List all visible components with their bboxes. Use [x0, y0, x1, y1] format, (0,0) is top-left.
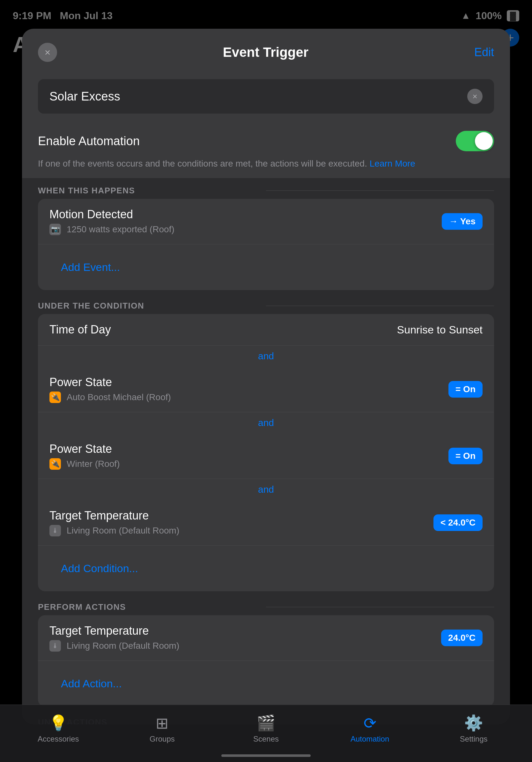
when-card: Motion Detected 📷 1250 watts exported (R… [38, 199, 494, 290]
divider-line [266, 190, 494, 191]
nav-item-groups[interactable]: ⊞ Groups [110, 714, 214, 743]
actions-card-section: Target Temperature 🌡 Living Room (Defaul… [22, 615, 510, 710]
plug-icon-2: 🔌 [49, 458, 61, 470]
action-title: Target Temperature [49, 624, 441, 638]
enable-toggle[interactable] [456, 131, 494, 151]
actions-section-divider: PERFORM ACTIONS [22, 594, 510, 615]
power-state-1-row[interactable]: Power State 🔌 Auto Boost Michael (Roof) … [38, 367, 494, 412]
and-separator-3: and [38, 479, 494, 500]
add-event-link[interactable]: Add Event... [49, 253, 131, 281]
name-field-value: Solar Excess [49, 90, 120, 104]
thermo-icon-2: 🌡 [49, 640, 61, 651]
thermo-icon-1: 🌡 [49, 525, 61, 536]
enable-description: If one of the events occurs and the cond… [38, 157, 494, 170]
time-of-day-row[interactable]: Time of Day Sunrise to Sunset [38, 314, 494, 345]
nav-item-settings[interactable]: ⚙️ Settings [422, 714, 526, 743]
event-trigger-modal: × Event Trigger Edit Solar Excess × Enab… [22, 29, 510, 724]
enable-section: Enable Automation If one of the events o… [22, 121, 510, 178]
sensor-icon: 📷 [49, 224, 61, 235]
toggle-knob [475, 132, 493, 150]
target-temp-badge[interactable]: < 24.0°C [433, 514, 483, 531]
action-target-temp-row[interactable]: Target Temperature 🌡 Living Room (Defaul… [38, 615, 494, 661]
enable-row: Enable Automation [38, 131, 494, 151]
add-condition-row[interactable]: Add Condition... [38, 546, 494, 591]
when-row-title: Motion Detected [49, 208, 442, 221]
condition-card: Time of Day Sunrise to Sunset and Power … [38, 314, 494, 591]
target-temp-sub: 🌡 Living Room (Default Room) [49, 525, 433, 536]
scenes-icon: 🎬 [256, 714, 276, 732]
power-state-1-title: Power State [49, 376, 448, 389]
and-separator-2: and [38, 412, 494, 433]
when-section-divider: WHEN THIS HAPPENS [22, 178, 510, 199]
and-separator-1: and [38, 345, 494, 367]
add-action-row[interactable]: Add Action... [38, 661, 494, 707]
nav-label-automation: Automation [351, 734, 389, 743]
automation-icon: ⟳ [364, 714, 376, 732]
nav-label-scenes: Scenes [253, 734, 279, 743]
when-row-badge[interactable]: → Yes [442, 213, 483, 230]
name-clear-button[interactable]: × [467, 89, 483, 104]
power-state-2-row[interactable]: Power State 🔌 Winter (Roof) = On [38, 433, 494, 479]
name-section: Solar Excess × [22, 71, 510, 121]
bottom-nav: 💡 Accessories ⊞ Groups 🎬 Scenes ⟳ Automa… [0, 705, 532, 762]
target-temp-title: Target Temperature [49, 509, 433, 522]
condition-section-label: UNDER THE CONDITION [38, 301, 266, 311]
modal-header: × Event Trigger Edit [22, 29, 510, 71]
nav-label-settings: Settings [460, 734, 488, 743]
settings-icon: ⚙️ [464, 714, 483, 732]
add-event-row[interactable]: Add Event... [38, 244, 494, 290]
nav-item-scenes[interactable]: 🎬 Scenes [214, 714, 318, 743]
name-field[interactable]: Solar Excess × [38, 79, 494, 114]
when-section-label: WHEN THIS HAPPENS [38, 186, 266, 195]
enable-label: Enable Automation [38, 134, 140, 148]
when-card-section: Motion Detected 📷 1250 watts exported (R… [22, 199, 510, 293]
actions-section-label: PERFORM ACTIONS [38, 602, 266, 612]
condition-card-section: Time of Day Sunrise to Sunset and Power … [22, 314, 510, 594]
nav-label-groups: Groups [150, 734, 175, 743]
power-state-2-sub: 🔌 Winter (Roof) [49, 458, 448, 470]
nav-item-automation[interactable]: ⟳ Automation [318, 714, 422, 743]
groups-icon: ⊞ [156, 714, 168, 732]
target-temperature-row[interactable]: Target Temperature 🌡 Living Room (Defaul… [38, 500, 494, 546]
action-badge[interactable]: 24.0°C [441, 630, 483, 646]
actions-card: Target Temperature 🌡 Living Room (Defaul… [38, 615, 494, 707]
modal-overlay: × Event Trigger Edit Solar Excess × Enab… [0, 0, 532, 762]
when-row-sub: 📷 1250 watts exported (Roof) [49, 224, 442, 235]
time-of-day-label: Time of Day [49, 323, 111, 336]
add-action-link[interactable]: Add Action... [49, 670, 133, 698]
power-state-1-badge[interactable]: = On [448, 381, 483, 398]
motion-detected-row[interactable]: Motion Detected 📷 1250 watts exported (R… [38, 199, 494, 244]
time-of-day-value: Sunrise to Sunset [397, 324, 483, 336]
nav-label-accessories: Accessories [37, 734, 79, 743]
learn-more-link[interactable]: Learn More [370, 159, 415, 169]
home-indicator [221, 754, 311, 757]
divider-line-2 [266, 306, 494, 306]
modal-edit-button[interactable]: Edit [474, 45, 494, 59]
nav-item-accessories[interactable]: 💡 Accessories [6, 714, 110, 743]
modal-title: Event Trigger [223, 45, 308, 60]
power-state-2-title: Power State [49, 442, 448, 456]
divider-line-3 [266, 607, 494, 607]
power-state-1-sub: 🔌 Auto Boost Michael (Roof) [49, 392, 448, 403]
power-state-2-badge[interactable]: = On [448, 448, 483, 464]
add-condition-link[interactable]: Add Condition... [49, 555, 150, 582]
plug-icon-1: 🔌 [49, 392, 61, 403]
modal-close-button[interactable]: × [38, 43, 57, 62]
condition-section-divider: UNDER THE CONDITION [22, 293, 510, 314]
action-sub: 🌡 Living Room (Default Room) [49, 640, 441, 651]
accessories-icon: 💡 [49, 714, 68, 732]
